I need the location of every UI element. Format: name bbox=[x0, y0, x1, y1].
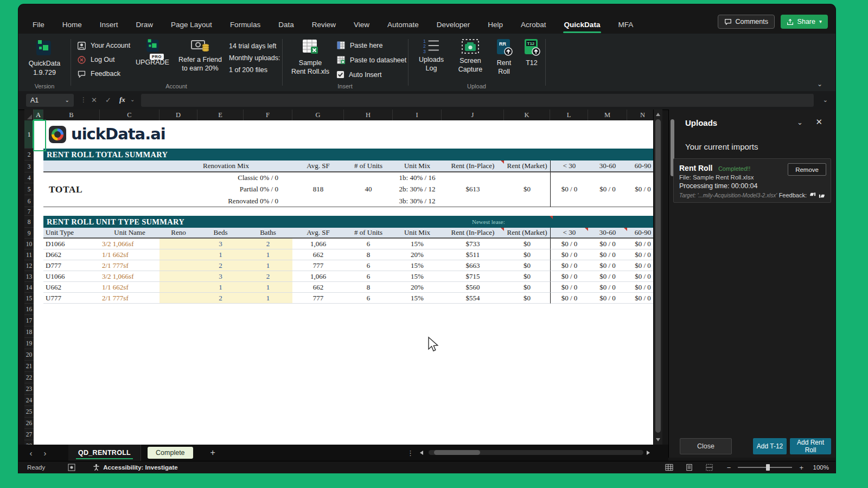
cell[interactable] bbox=[627, 195, 653, 207]
bucket-60-90-cell[interactable]: $0 / 0 bbox=[627, 271, 653, 282]
bucket-under-30-cell[interactable]: $0 / 0 bbox=[550, 271, 588, 282]
menu-tab-home[interactable]: Home bbox=[62, 21, 82, 29]
unit-mix-cell[interactable]: 15% bbox=[393, 260, 442, 271]
zoom-slider[interactable] bbox=[738, 464, 792, 471]
cell[interactable] bbox=[34, 216, 43, 228]
screen-capture-button[interactable]: Screen Capture bbox=[452, 38, 488, 74]
reno-cell[interactable] bbox=[159, 239, 197, 249]
column-header-j[interactable]: J bbox=[442, 110, 504, 120]
total-bucket-under-30[interactable]: $0 / 0 bbox=[550, 183, 588, 195]
row-header-20[interactable]: 20 bbox=[24, 349, 34, 361]
expand-formula-bar-chevron[interactable]: ⌄ bbox=[823, 97, 828, 104]
bucket-60-90-cell[interactable]: $0 / 0 bbox=[627, 249, 653, 260]
row-header-11[interactable]: 11 bbox=[24, 249, 34, 260]
num-units-cell[interactable]: 6 bbox=[344, 260, 393, 271]
column-header-d[interactable]: D bbox=[159, 110, 197, 120]
num-units-cell[interactable]: 6 bbox=[344, 293, 393, 304]
bucket-60-90-cell[interactable]: $0 / 0 bbox=[627, 282, 653, 293]
unit-mix-line-3b[interactable]: 3b: 30% / 12 bbox=[393, 195, 442, 207]
cell[interactable] bbox=[627, 172, 653, 183]
bucket-30-60-cell[interactable]: $0 / 0 bbox=[588, 282, 627, 293]
avg-sf-cell[interactable]: 777 bbox=[292, 260, 344, 271]
name-box[interactable]: A1 ⌄ bbox=[26, 94, 74, 107]
header-num-units[interactable]: # of Units bbox=[344, 160, 393, 172]
header-rent-in-place[interactable]: Rent (In-Place) bbox=[442, 228, 504, 239]
upgrade-button[interactable]: PRO UPGRADE bbox=[135, 37, 170, 66]
unit-mix-cell[interactable]: 15% bbox=[393, 239, 442, 249]
header-under-30[interactable]: < 30 bbox=[550, 160, 588, 172]
unit-name-cell[interactable]: 3/2 1,066sf bbox=[100, 239, 159, 249]
cell[interactable] bbox=[34, 282, 43, 293]
cell[interactable] bbox=[34, 271, 43, 282]
header-rent-in-place[interactable]: Rent (In-Place) bbox=[442, 160, 504, 172]
menu-tab-view[interactable]: View bbox=[354, 21, 369, 29]
scroll-up-arrow[interactable] bbox=[656, 113, 660, 116]
rent-in-place-cell[interactable]: $511 bbox=[442, 249, 504, 260]
beds-cell[interactable]: 2 bbox=[197, 293, 244, 304]
remove-button[interactable]: Remove bbox=[788, 163, 826, 176]
cell[interactable] bbox=[504, 195, 550, 207]
your-account-button[interactable]: Your Account bbox=[77, 38, 130, 53]
auto-insert-checkbox[interactable]: Auto Insert bbox=[336, 67, 406, 82]
cell[interactable] bbox=[34, 183, 43, 195]
formula-input[interactable] bbox=[141, 94, 814, 107]
menu-tab-mfa[interactable]: MFA bbox=[618, 21, 633, 29]
cell[interactable] bbox=[442, 172, 504, 183]
cell[interactable] bbox=[442, 195, 504, 207]
row-header-27[interactable]: 27 bbox=[24, 429, 34, 440]
insert-function-icon[interactable]: fx bbox=[119, 95, 125, 104]
row-header-22[interactable]: 22 bbox=[24, 372, 34, 383]
rent-in-place-cell[interactable]: $554 bbox=[442, 293, 504, 304]
header-rent-market[interactable]: Rent (Market) bbox=[504, 228, 550, 239]
bucket-60-90-cell[interactable]: $0 / 0 bbox=[627, 239, 653, 249]
reno-line-classic[interactable]: Classic 0% / 0 bbox=[159, 172, 292, 183]
bucket-60-90-cell[interactable]: $0 / 0 bbox=[627, 260, 653, 271]
cell[interactable] bbox=[550, 195, 588, 207]
cell[interactable] bbox=[34, 239, 43, 249]
row-header-4[interactable]: 4 bbox=[24, 172, 34, 183]
cell[interactable] bbox=[34, 195, 43, 207]
total-summary-title-band[interactable]: RENT ROLL TOTAL SUMMARY bbox=[43, 149, 653, 160]
unit-type-cell[interactable]: U662 bbox=[43, 282, 100, 293]
unit-mix-line-2b[interactable]: 2b: 30% / 12 bbox=[393, 183, 442, 195]
zoom-level[interactable]: 100% bbox=[810, 464, 829, 471]
prev-sheet-arrow[interactable]: ‹ bbox=[24, 448, 38, 458]
row-header-10[interactable]: 10 bbox=[24, 239, 34, 249]
vertical-scrollbar[interactable] bbox=[653, 110, 662, 445]
comments-button[interactable]: Comments bbox=[718, 15, 775, 29]
avg-sf-cell[interactable]: 662 bbox=[292, 249, 344, 260]
baths-cell[interactable]: 2 bbox=[244, 239, 292, 249]
unit-name-cell[interactable]: 1/1 662sf bbox=[100, 249, 159, 260]
reno-cell[interactable] bbox=[159, 249, 197, 260]
row-header-19[interactable]: 19 bbox=[24, 338, 34, 349]
menu-tab-draw[interactable]: Draw bbox=[136, 21, 154, 29]
total-bucket-30-60[interactable]: $0 / 0 bbox=[588, 183, 627, 195]
header-unit-type[interactable]: Unit Type bbox=[43, 228, 100, 239]
header-unit-mix[interactable]: Unit Mix bbox=[393, 160, 442, 172]
rent-market-cell[interactable]: $0 bbox=[504, 249, 550, 260]
bucket-30-60-cell[interactable]: $0 / 0 bbox=[588, 293, 627, 304]
header-under-30[interactable]: < 30 bbox=[550, 228, 588, 239]
bucket-30-60-cell[interactable]: $0 / 0 bbox=[588, 271, 627, 282]
row-header-12[interactable]: 12 bbox=[24, 260, 34, 271]
menu-tab-help[interactable]: Help bbox=[488, 21, 503, 29]
menu-tab-review[interactable]: Review bbox=[312, 21, 336, 29]
accessibility-status[interactable]: Accessibility: Investigate bbox=[93, 464, 177, 471]
column-header-h[interactable]: H bbox=[344, 110, 393, 120]
header-num-units[interactable]: # of Units bbox=[344, 228, 393, 239]
next-sheet-arrow[interactable]: › bbox=[38, 448, 52, 458]
avg-sf-cell[interactable]: 1,066 bbox=[292, 239, 344, 249]
zoom-in-button[interactable]: + bbox=[799, 464, 803, 472]
unit-name-cell[interactable]: 2/1 777sf bbox=[100, 260, 159, 271]
menu-tab-file[interactable]: File bbox=[33, 21, 44, 29]
beds-cell[interactable]: 1 bbox=[197, 282, 244, 293]
cell[interactable] bbox=[34, 149, 43, 160]
menu-tab-acrobat[interactable]: Acrobat bbox=[521, 21, 546, 29]
sheet-tab-qd-rentroll[interactable]: QD_RENTROLL bbox=[68, 445, 141, 461]
cell[interactable] bbox=[100, 160, 159, 172]
menu-tab-data[interactable]: Data bbox=[278, 21, 294, 29]
row-header-23[interactable]: 23 bbox=[24, 383, 34, 395]
log-out-button[interactable]: Log Out bbox=[77, 53, 130, 67]
row-header-3[interactable]: 3 bbox=[24, 160, 34, 172]
column-header-n[interactable]: N bbox=[627, 110, 653, 120]
